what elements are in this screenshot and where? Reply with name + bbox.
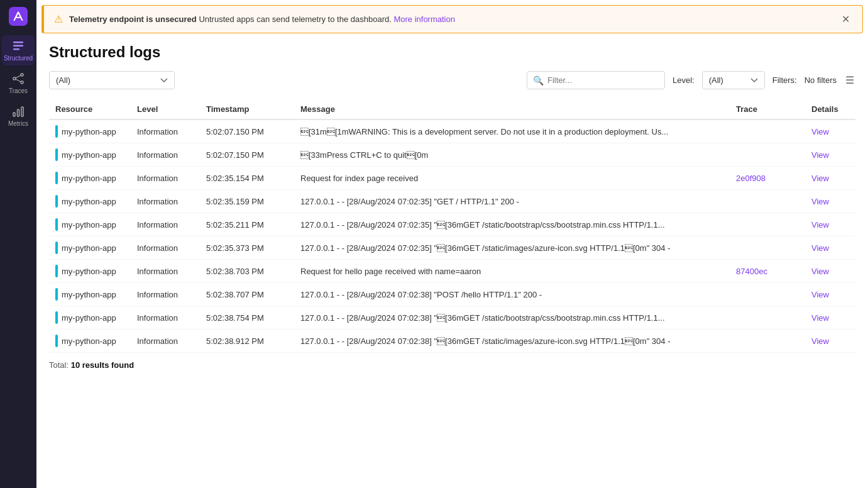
details-cell[interactable]: View: [805, 167, 855, 190]
trace-link[interactable]: 87400ec: [736, 267, 767, 276]
trace-cell: [730, 213, 805, 236]
trace-link[interactable]: 2e0f908: [736, 174, 766, 183]
search-icon: 🔍: [533, 75, 544, 86]
level-cell: Information: [131, 167, 200, 190]
footer: Total: 10 results found: [49, 353, 855, 370]
trace-cell: [730, 143, 805, 167]
resource-indicator: [55, 125, 58, 138]
details-cell[interactable]: View: [805, 213, 855, 236]
details-cell[interactable]: View: [805, 260, 855, 283]
metrics-icon: [11, 104, 25, 118]
alert-body-text: Untrusted apps can send telemetry to the…: [199, 14, 393, 24]
table-row: my-python-appInformation5:02:07.150 PM[…: [49, 119, 855, 143]
col-details: Details: [805, 99, 855, 119]
view-link[interactable]: View: [811, 150, 829, 160]
level-cell: Information: [131, 236, 200, 260]
message-cell: 127.0.0.1 - - [28/Aug/2024 07:02:38] "[…: [294, 306, 730, 330]
details-cell[interactable]: View: [805, 119, 855, 143]
sidebar-traces-label: Traces: [9, 87, 28, 94]
alert-banner: ⚠ Telemetry endpoint is unsecured Untrus…: [41, 5, 863, 33]
col-trace: Trace: [730, 99, 805, 119]
details-cell[interactable]: View: [805, 283, 855, 306]
toolbar: (All) my-python-app 🔍 Level: (All) Infor…: [49, 71, 855, 89]
svg-line-7: [16, 75, 21, 78]
alert-icon: ⚠: [54, 13, 63, 25]
view-link[interactable]: View: [811, 313, 829, 323]
resource-cell: my-python-app: [49, 167, 131, 190]
alert-link[interactable]: More information: [393, 14, 455, 24]
details-cell[interactable]: View: [805, 143, 855, 167]
view-link[interactable]: View: [811, 267, 829, 276]
svg-point-5: [21, 74, 23, 76]
message-cell: 127.0.0.1 - - [28/Aug/2024 07:02:35] "[…: [294, 213, 730, 236]
footer-count: 10 results found: [71, 360, 134, 370]
filter-wrapper: 🔍: [527, 71, 665, 89]
resource-indicator: [55, 265, 58, 277]
svg-rect-11: [21, 107, 23, 116]
traces-icon: [11, 72, 25, 86]
level-cell: Information: [131, 330, 200, 353]
sidebar-item-structured[interactable]: Structured: [2, 35, 35, 65]
table-row: my-python-appInformation5:02:35.154 PMRe…: [49, 167, 855, 190]
table-row: my-python-appInformation5:02:38.707 PM12…: [49, 283, 855, 306]
resource-name: my-python-app: [62, 267, 116, 276]
resource-cell: my-python-app: [49, 213, 131, 236]
view-link[interactable]: View: [811, 243, 829, 253]
sidebar-metrics-label: Metrics: [8, 120, 28, 127]
svg-rect-10: [18, 109, 19, 116]
table-row: my-python-appInformation5:02:07.150 PM[…: [49, 143, 855, 167]
level-select[interactable]: (All) Information Warning Error Debug: [702, 71, 765, 89]
alert-close-button[interactable]: ✕: [839, 12, 852, 26]
svg-rect-9: [13, 113, 15, 116]
details-cell[interactable]: View: [805, 306, 855, 330]
view-link[interactable]: View: [811, 197, 829, 206]
alert-text: Telemetry endpoint is unsecured Untruste…: [69, 14, 833, 24]
message-cell: Request for index page received: [294, 167, 730, 190]
resource-indicator: [55, 241, 58, 254]
sidebar-structured-label: Structured: [4, 55, 33, 62]
sidebar-item-traces[interactable]: Traces: [2, 68, 35, 98]
timestamp-cell: 5:02:38.707 PM: [200, 283, 294, 306]
timestamp-cell: 5:02:35.211 PM: [200, 213, 294, 236]
filters-label: Filters:: [772, 75, 797, 85]
resource-cell: my-python-app: [49, 236, 131, 260]
sidebar-item-metrics[interactable]: Metrics: [2, 101, 35, 131]
message-cell: 127.0.0.1 - - [28/Aug/2024 07:02:35] "GE…: [294, 190, 730, 213]
alert-bold-text: Telemetry endpoint is unsecured: [69, 14, 197, 24]
col-timestamp: Timestamp: [200, 99, 294, 119]
trace-cell[interactable]: 87400ec: [730, 260, 805, 283]
details-cell[interactable]: View: [805, 236, 855, 260]
resource-select[interactable]: (All) my-python-app: [49, 71, 175, 89]
app-logo: [7, 5, 30, 28]
footer-prefix: Total:: [49, 360, 71, 370]
resource-name: my-python-app: [62, 150, 116, 160]
resource-cell: my-python-app: [49, 119, 131, 143]
message-cell: 127.0.0.1 - - [28/Aug/2024 07:02:38] "[…: [294, 330, 730, 353]
view-link[interactable]: View: [811, 127, 829, 136]
main-content: ⚠ Telemetry endpoint is unsecured Untrus…: [36, 0, 868, 488]
timestamp-cell: 5:02:07.150 PM: [200, 143, 294, 167]
filter-input[interactable]: [527, 71, 665, 89]
details-cell[interactable]: View: [805, 330, 855, 353]
resource-indicator: [55, 311, 58, 324]
resource-name: my-python-app: [62, 290, 116, 299]
table-row: my-python-appInformation5:02:38.912 PM12…: [49, 330, 855, 353]
col-resource: Resource: [49, 99, 131, 119]
view-link[interactable]: View: [811, 220, 829, 230]
table-row: my-python-appInformation5:02:38.703 PMRe…: [49, 260, 855, 283]
col-level: Level: [131, 99, 200, 119]
resource-indicator: [55, 172, 58, 184]
resource-name: my-python-app: [62, 197, 116, 206]
trace-cell[interactable]: 2e0f908: [730, 167, 805, 190]
view-link[interactable]: View: [811, 174, 829, 183]
details-cell[interactable]: View: [805, 190, 855, 213]
timestamp-cell: 5:02:38.703 PM: [200, 260, 294, 283]
view-link[interactable]: View: [811, 290, 829, 299]
content-area: Structured logs (All) my-python-app 🔍 Le…: [36, 33, 868, 488]
resource-indicator: [55, 335, 58, 347]
table-row: my-python-appInformation5:02:38.754 PM12…: [49, 306, 855, 330]
col-message: Message: [294, 99, 730, 119]
filter-settings-button[interactable]: ☰: [844, 73, 855, 87]
view-link[interactable]: View: [811, 336, 829, 346]
svg-point-4: [13, 77, 16, 80]
